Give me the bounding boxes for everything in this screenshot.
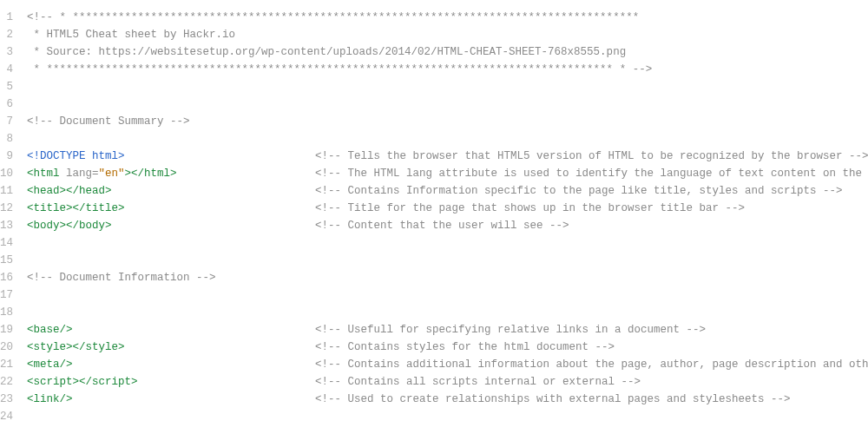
code-editor[interactable]: 123456789101112131415161718192021222324 … xyxy=(0,0,868,434)
code-col-right: <!-- Contains additional information abo… xyxy=(315,356,868,373)
code-line[interactable]: <title></title><!-- Title for the page t… xyxy=(27,200,868,217)
code-col-left: <!-- Document Information --> xyxy=(27,269,315,286)
code-line[interactable]: * HTML5 Cheat sheet by Hackr.io xyxy=(27,26,868,43)
line-number-gutter: 123456789101112131415161718192021222324 xyxy=(0,0,27,434)
code-token: <body></body> xyxy=(27,220,112,232)
line-number: 22 xyxy=(0,373,13,391)
code-col-left: <style></style> xyxy=(27,339,315,356)
code-token: <!-- Tells the browser that HTML5 versio… xyxy=(315,150,868,162)
line-number: 23 xyxy=(0,391,13,408)
code-line[interactable]: <!-- Document Summary --> xyxy=(27,113,868,130)
code-token: ></html> xyxy=(125,168,177,180)
code-col-left: * HTML5 Cheat sheet by Hackr.io xyxy=(27,26,315,43)
line-number: 3 xyxy=(0,43,13,61)
code-line[interactable]: <base/><!-- Usefull for specifying relat… xyxy=(27,321,868,339)
code-token: * **************************************… xyxy=(27,63,652,76)
code-line[interactable] xyxy=(27,304,868,321)
code-line[interactable] xyxy=(27,408,868,425)
code-token: <style></style> xyxy=(27,341,125,353)
line-number: 4 xyxy=(0,61,13,78)
code-line[interactable]: <!DOCTYPE html><!-- Tells the browser th… xyxy=(27,148,868,165)
code-token: lang= xyxy=(66,168,99,180)
line-number: 12 xyxy=(0,200,13,217)
line-number: 2 xyxy=(0,26,13,43)
code-line[interactable]: <meta/><!-- Contains additional informat… xyxy=(27,356,868,373)
code-token: <!-- Content that the user will see --> xyxy=(315,220,569,232)
code-col-left: <link/> xyxy=(27,391,315,408)
code-col-left: <base/> xyxy=(27,321,315,339)
code-line[interactable]: * Source: https://websitesetup.org/wp-co… xyxy=(27,43,868,61)
code-token: <!-- Title for the page that shows up in… xyxy=(315,202,745,214)
code-col-right: <!-- Used to create relationships with e… xyxy=(315,391,868,408)
code-line[interactable]: * **************************************… xyxy=(27,61,868,78)
code-area[interactable]: <!-- * *********************************… xyxy=(27,0,868,434)
code-token: <title></title> xyxy=(27,202,125,214)
code-col-left: <body></body> xyxy=(27,217,315,234)
code-token: "en" xyxy=(99,168,125,180)
code-line[interactable]: <head></head><!-- Contains Information s… xyxy=(27,182,868,200)
code-line[interactable]: <script></script><!-- Contains all scrip… xyxy=(27,373,868,391)
code-col-left xyxy=(27,95,315,113)
code-token: <html xyxy=(27,168,66,180)
code-line[interactable]: <body></body><!-- Content that the user … xyxy=(27,217,868,234)
code-token: <base/> xyxy=(27,324,73,336)
code-token: <meta/> xyxy=(27,358,73,371)
code-col-left: <!-- * *********************************… xyxy=(27,9,315,26)
code-col-left: <html lang="en"></html> xyxy=(27,165,315,182)
code-token: <!DOCTYPE html> xyxy=(27,150,125,162)
line-number: 5 xyxy=(0,78,13,95)
code-col-right: <!-- Tells the browser that HTML5 versio… xyxy=(315,148,868,165)
code-col-right: <!-- Contains all scripts internal or ex… xyxy=(315,373,868,391)
code-col-right: <!-- Contains styles for the html docume… xyxy=(315,339,868,356)
code-col-left xyxy=(27,234,315,252)
code-token: <link/> xyxy=(27,393,73,405)
code-token: * HTML5 Cheat sheet by Hackr.io xyxy=(27,29,235,41)
code-col-left xyxy=(27,78,315,95)
code-line[interactable] xyxy=(27,286,868,304)
code-col-left: <head></head> xyxy=(27,182,315,200)
code-line[interactable]: <!-- Document Information --> xyxy=(27,269,868,286)
line-number: 6 xyxy=(0,95,13,113)
line-number: 21 xyxy=(0,356,13,373)
code-token: <!-- The HTML lang attribute is used to … xyxy=(315,168,868,180)
line-number: 9 xyxy=(0,148,13,165)
line-number: 19 xyxy=(0,321,13,339)
code-col-left: <meta/> xyxy=(27,356,315,373)
code-token: <head></head> xyxy=(27,185,112,197)
code-line[interactable] xyxy=(27,130,868,148)
code-col-left: <!DOCTYPE html> xyxy=(27,148,315,165)
code-line[interactable] xyxy=(27,252,868,269)
code-line[interactable] xyxy=(27,78,868,95)
line-number: 11 xyxy=(0,182,13,200)
code-line[interactable]: <html lang="en"></html><!-- The HTML lan… xyxy=(27,165,868,182)
line-number: 7 xyxy=(0,113,13,130)
code-token: <!-- Contains styles for the html docume… xyxy=(315,341,615,353)
line-number: 18 xyxy=(0,304,13,321)
code-line[interactable]: <style></style><!-- Contains styles for … xyxy=(27,339,868,356)
code-col-right: <!-- Contains Information specific to th… xyxy=(315,182,868,200)
line-number: 13 xyxy=(0,217,13,234)
line-number: 1 xyxy=(0,9,13,26)
code-col-left: * Source: https://websitesetup.org/wp-co… xyxy=(27,43,315,61)
code-line[interactable]: <link/><!-- Used to create relationships… xyxy=(27,391,868,408)
code-token: <!-- * *********************************… xyxy=(27,11,639,23)
code-line[interactable]: <!-- * *********************************… xyxy=(27,9,868,26)
line-number: 20 xyxy=(0,339,13,356)
line-number: 8 xyxy=(0,130,13,148)
code-token: <!-- Used to create relationships with e… xyxy=(315,393,791,405)
code-token: <!-- Document Information --> xyxy=(27,272,216,284)
code-col-left xyxy=(27,252,315,269)
code-col-left: * **************************************… xyxy=(27,61,315,78)
line-number: 16 xyxy=(0,269,13,286)
code-line[interactable] xyxy=(27,234,868,252)
code-col-left xyxy=(27,286,315,304)
line-number: 10 xyxy=(0,165,13,182)
code-token: * Source: https://websitesetup.org/wp-co… xyxy=(27,46,626,58)
code-col-right: <!-- Usefull for specifying relative lin… xyxy=(315,321,868,339)
code-col-left xyxy=(27,304,315,321)
code-col-left xyxy=(27,408,315,425)
code-line[interactable] xyxy=(27,95,868,113)
line-number: 14 xyxy=(0,234,13,252)
code-token: <!-- Contains additional information abo… xyxy=(315,358,868,371)
code-col-left: <script></script> xyxy=(27,373,315,391)
